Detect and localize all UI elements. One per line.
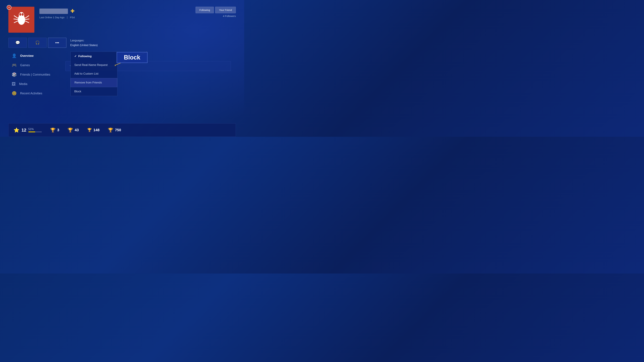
friends-icon: 🎲 xyxy=(12,72,17,77)
block-label: Block xyxy=(124,54,140,61)
dropdown-item-remove[interactable]: Remove from Friends xyxy=(70,78,117,87)
voice-button[interactable]: 🎧 xyxy=(28,38,46,48)
silver-count: 3 xyxy=(57,128,59,132)
platform: PS4 xyxy=(70,16,75,19)
status-row: Last Online 1 Day Ago | PS4 xyxy=(40,16,196,19)
games-icon: 🎮 xyxy=(12,63,17,67)
dropdown-label-following: Following xyxy=(78,55,92,58)
followers-count: 4 Followers xyxy=(223,14,236,17)
ps-plus-icon: ✚ xyxy=(70,8,74,14)
avatar-wrapper: ✕ xyxy=(8,7,34,33)
sidebar-item-label-recent: Recent Activities xyxy=(20,92,42,95)
following-button[interactable]: Following xyxy=(196,7,214,13)
sidebar-item-games[interactable]: 🎮 Games xyxy=(8,60,60,70)
level-section: ⭐ 12 51% xyxy=(14,127,42,133)
block-box: Block xyxy=(116,52,148,63)
block-callout: Block xyxy=(116,52,148,63)
bronze-trophy-icon: 🏆 xyxy=(108,128,113,133)
recent-icon: 😊 xyxy=(12,91,17,96)
gold-count: 43 xyxy=(75,128,79,132)
svg-line-4 xyxy=(14,15,18,18)
dropdown-label-realname: Send Real-Name Request xyxy=(74,63,108,67)
stats-bar: ⭐ 12 51% 🏆 3 🏆 43 🏆 148 🏆 750 xyxy=(8,123,236,137)
more-icon: ••• xyxy=(55,40,59,45)
gold2-count: 148 xyxy=(94,128,100,132)
action-bar: 💬 🎧 ••• Languages: English (United State… xyxy=(8,38,236,48)
media-icon: 🖼 xyxy=(12,82,16,86)
sidebar-item-media[interactable]: 🖼 Media xyxy=(8,79,60,89)
sidebar-item-label-games: Games xyxy=(20,63,30,67)
languages-label: Languages: xyxy=(70,39,98,42)
gold2-trophy-section: 🏆 148 xyxy=(87,128,100,132)
silver-trophy-section: 🏆 3 xyxy=(50,128,59,133)
dropdown-item-block[interactable]: Block xyxy=(70,87,117,96)
svg-line-9 xyxy=(25,21,29,23)
dropdown-item-following[interactable]: ✓ Following xyxy=(70,52,117,61)
header-buttons: Following Your Friend xyxy=(196,7,236,13)
username-row: ✚ xyxy=(40,8,196,14)
dropdown-label-custom: Add to Custom List xyxy=(74,72,98,75)
level-percent: 51% xyxy=(28,128,42,131)
star-icon: ⭐ xyxy=(14,127,20,133)
svg-line-8 xyxy=(25,19,29,19)
header-right: Following Your Friend 4 Followers xyxy=(196,7,236,17)
avatar xyxy=(8,7,34,33)
dropdown-label-remove: Remove from Friends xyxy=(74,81,102,84)
svg-line-7 xyxy=(25,15,29,18)
profile-info: ✚ Last Online 1 Day Ago | PS4 xyxy=(40,7,196,19)
gold2-trophy-icon: 🏆 xyxy=(87,128,92,132)
username-bar xyxy=(40,8,68,14)
dropdown-menu: ✓ Following Send Real-Name Request Add t… xyxy=(70,52,118,96)
dropdown-item-custom[interactable]: Add to Custom List xyxy=(70,69,117,78)
dropdown-label-block: Block xyxy=(74,90,81,93)
sidebar-item-overview[interactable]: 👤 Overview xyxy=(8,51,60,60)
level-fill xyxy=(28,131,35,132)
level-bar xyxy=(28,131,42,132)
dropdown-item-realname[interactable]: Send Real-Name Request xyxy=(70,61,117,69)
svg-point-2 xyxy=(19,13,21,16)
sidebar-item-label-overview: Overview xyxy=(20,54,34,58)
languages-value: English (United States) xyxy=(70,44,98,47)
overview-icon: 👤 xyxy=(12,53,17,58)
sidebar-item-label-media: Media xyxy=(19,82,27,86)
bronze-count: 750 xyxy=(115,128,121,132)
sidebar-item-recent[interactable]: 😊 Recent Activities xyxy=(8,89,60,98)
avatar-image xyxy=(13,10,30,30)
silver-trophy-icon: 🏆 xyxy=(50,128,56,133)
close-button[interactable]: ✕ xyxy=(7,5,12,10)
svg-point-3 xyxy=(22,13,24,16)
gold-trophy-section: 🏆 43 xyxy=(68,128,79,133)
check-icon: ✓ xyxy=(74,54,77,58)
chat-icon: 💬 xyxy=(16,40,20,45)
status-separator: | xyxy=(67,16,68,19)
svg-line-6 xyxy=(14,21,18,23)
gold-trophy-icon: 🏆 xyxy=(68,128,73,133)
sidebar-item-friends[interactable]: 🎲 Friends | Communities xyxy=(8,70,60,79)
level-bar-wrapper: 51% xyxy=(28,128,42,132)
bronze-trophy-section: 🏆 750 xyxy=(108,128,121,133)
chat-button[interactable]: 💬 xyxy=(8,38,27,48)
sidebar-item-label-friends: Friends | Communities xyxy=(20,73,50,76)
svg-line-5 xyxy=(14,19,18,19)
level-number: 12 xyxy=(22,128,26,133)
profile-header: ✕ ✚ Last Online 1 Day Ago | PS4 Followin… xyxy=(8,7,236,33)
more-button[interactable]: ••• xyxy=(48,38,66,48)
sidebar: 👤 Overview 🎮 Games 🎲 Friends | Communiti… xyxy=(8,48,60,98)
headset-icon: 🎧 xyxy=(35,40,40,45)
last-online: Last Online 1 Day Ago xyxy=(40,16,64,19)
your-friend-button[interactable]: Your Friend xyxy=(215,7,236,13)
